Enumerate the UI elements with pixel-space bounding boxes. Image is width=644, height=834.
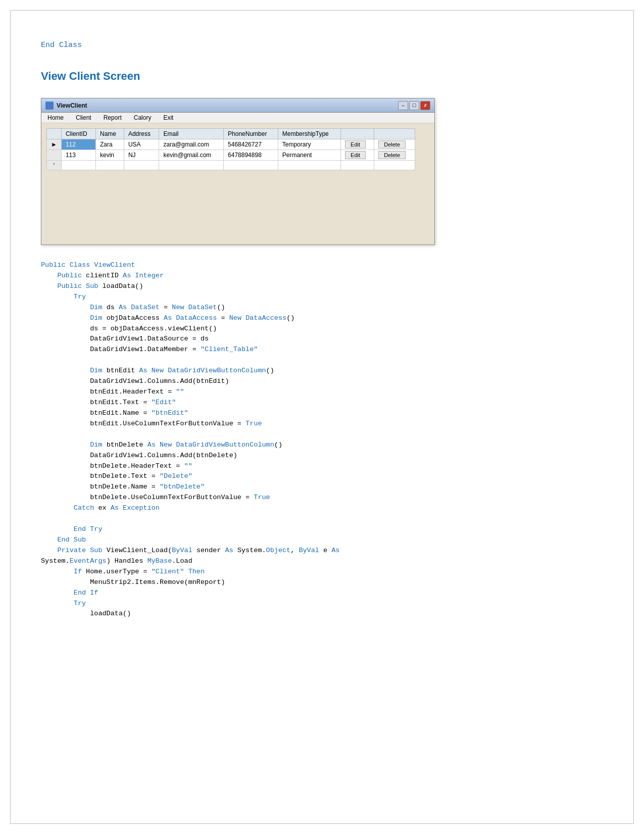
cell-phone[interactable]: 6478894898 xyxy=(224,150,278,161)
cell-clientid[interactable]: 113 xyxy=(61,150,95,161)
menu-report[interactable]: Report xyxy=(102,114,124,122)
edit-button[interactable]: Edit xyxy=(345,151,366,159)
menu-client[interactable]: Client xyxy=(74,114,93,122)
table-row: 113 kevin NJ kevin@gmail.com 6478894898 … xyxy=(47,150,415,161)
col-address-header: Address xyxy=(124,129,159,139)
col-delete-header xyxy=(374,129,415,139)
cell-email[interactable]: zara@gmail.com xyxy=(159,139,224,150)
row-selector xyxy=(47,150,62,161)
edit-button[interactable]: Edit xyxy=(345,140,366,149)
cell-new-type[interactable] xyxy=(278,161,340,170)
data-grid: ClientID Name Address Email PhoneNumber … xyxy=(46,128,415,170)
delete-button[interactable]: Delete xyxy=(378,140,406,149)
window-controls: – □ ✗ xyxy=(398,101,430,110)
cell-phone[interactable]: 5468426727 xyxy=(224,139,278,150)
cell-new-address[interactable] xyxy=(124,161,159,170)
cell-new-clientid[interactable] xyxy=(61,161,95,170)
menu-home[interactable]: Home xyxy=(45,114,66,122)
cell-name[interactable]: kevin xyxy=(95,150,124,161)
maximize-button[interactable]: □ xyxy=(409,101,419,110)
menu-calory[interactable]: Calory xyxy=(132,114,154,122)
table-row-new: * xyxy=(47,161,415,170)
cell-delete[interactable]: Delete xyxy=(374,150,415,161)
window-titlebar: ViewClient – □ ✗ xyxy=(41,99,434,113)
cell-name[interactable]: Zara xyxy=(95,139,124,150)
col-type-header: MembershipType xyxy=(278,129,340,139)
cell-edit[interactable]: Edit xyxy=(341,150,374,161)
page: End Class View Client Screen ViewClient … xyxy=(10,10,634,824)
cell-new-name[interactable] xyxy=(95,161,124,170)
cell-new-email[interactable] xyxy=(159,161,224,170)
window-icon xyxy=(45,102,54,110)
code-block: Public Class ViewClient Public clientID … xyxy=(41,260,603,619)
window-menubar: Home Client Report Calory Exit xyxy=(41,113,434,123)
delete-button[interactable]: Delete xyxy=(378,151,406,159)
cell-new-delete xyxy=(374,161,415,170)
cell-edit[interactable]: Edit xyxy=(341,139,374,150)
menu-exit[interactable]: Exit xyxy=(161,114,175,122)
col-phone-header: PhoneNumber xyxy=(224,129,278,139)
section-title: View Client Screen xyxy=(41,70,603,83)
table-row: ► 112 Zara USA zara@gmail.com 5468426727… xyxy=(47,139,415,150)
minimize-button[interactable]: – xyxy=(398,101,408,110)
cell-type[interactable]: Temporary xyxy=(278,139,340,150)
cell-delete[interactable]: Delete xyxy=(374,139,415,150)
view-client-window: ViewClient – □ ✗ Home Client Report Calo… xyxy=(41,98,435,245)
col-clientid-header: ClientID xyxy=(61,129,95,139)
close-button[interactable]: ✗ xyxy=(420,101,430,110)
row-selector: ► xyxy=(47,139,62,150)
col-name-header: Name xyxy=(95,129,124,139)
cell-address[interactable]: USA xyxy=(124,139,159,150)
end-class-label: End Class xyxy=(41,41,603,50)
cell-address[interactable]: NJ xyxy=(124,150,159,161)
window-title: ViewClient xyxy=(57,102,398,109)
row-new-indicator: * xyxy=(47,161,62,170)
window-content: ClientID Name Address Email PhoneNumber … xyxy=(41,123,434,244)
col-edit-header xyxy=(341,129,374,139)
cell-email[interactable]: kevin@gmail.com xyxy=(159,150,224,161)
cell-type[interactable]: Permanent xyxy=(278,150,340,161)
cell-clientid[interactable]: 112 xyxy=(61,139,95,150)
col-arrow-header xyxy=(47,129,62,139)
cell-new-phone[interactable] xyxy=(224,161,278,170)
col-email-header: Email xyxy=(159,129,224,139)
cell-new-edit xyxy=(341,161,374,170)
